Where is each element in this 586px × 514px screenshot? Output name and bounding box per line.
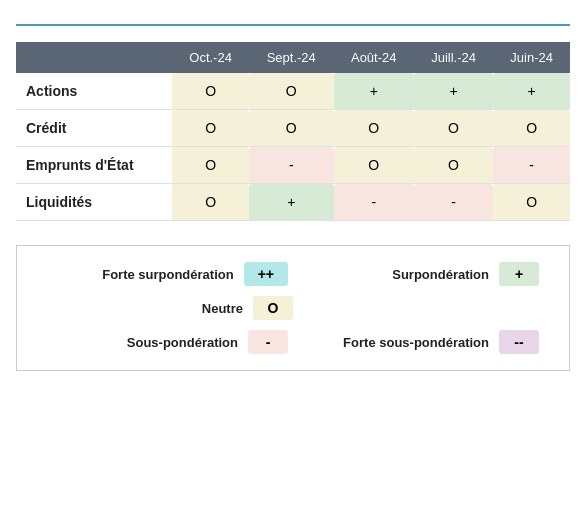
- cell-3-1: +: [249, 184, 334, 221]
- cell-1-0: O: [172, 110, 249, 147]
- row-label-0: Actions: [16, 73, 172, 110]
- cell-3-2: -: [334, 184, 414, 221]
- col-header-Oct.-24: Oct.-24: [172, 42, 249, 73]
- cell-3-0: O: [172, 184, 249, 221]
- row-label-3: Liquidités: [16, 184, 172, 221]
- row-label-2: Emprunts d'État: [16, 147, 172, 184]
- col-header-Sept.-24: Sept.-24: [249, 42, 334, 73]
- legend-box-plus: +: [499, 262, 539, 286]
- row-label-1: Crédit: [16, 110, 172, 147]
- legend-box-minus: -: [248, 330, 288, 354]
- cell-2-1: -: [249, 147, 334, 184]
- table-row: LiquiditésO+--O: [16, 184, 570, 221]
- legend-label-neutre: Neutre: [202, 301, 243, 316]
- cell-0-3: +: [414, 73, 493, 110]
- cell-3-4: O: [493, 184, 570, 221]
- legend-section: Forte surpondération++Surpondération+Neu…: [16, 245, 570, 371]
- col-header-Juill.-24: Juill.-24: [414, 42, 493, 73]
- table-row: CréditOOOOO: [16, 110, 570, 147]
- legend-box-neutral: O: [253, 296, 293, 320]
- allocation-table: Oct.-24Sept.-24Août-24Juill.-24Juin-24 A…: [16, 42, 570, 221]
- table-header: Oct.-24Sept.-24Août-24Juill.-24Juin-24: [16, 42, 570, 73]
- cell-0-0: O: [172, 73, 249, 110]
- row-label-header: [16, 42, 172, 73]
- cell-2-3: O: [414, 147, 493, 184]
- legend-label-sous-pond: Sous-pondération: [127, 335, 238, 350]
- cell-0-1: O: [249, 73, 334, 110]
- legend-label-forte-sous-pond: Forte sous-pondération: [343, 335, 489, 350]
- legend-box-plusplus: ++: [244, 262, 288, 286]
- cell-1-1: O: [249, 110, 334, 147]
- cell-2-4: -: [493, 147, 570, 184]
- cell-0-2: +: [334, 73, 414, 110]
- cell-1-2: O: [334, 110, 414, 147]
- title-divider: [16, 24, 570, 26]
- col-header-Août-24: Août-24: [334, 42, 414, 73]
- legend-box-minusminus: --: [499, 330, 539, 354]
- table-row: Emprunts d'ÉtatO-OO-: [16, 147, 570, 184]
- legend-label-forte-surpond: Forte surpondération: [102, 267, 233, 282]
- cell-3-3: -: [414, 184, 493, 221]
- legend-label-surpond: Surpondération: [392, 267, 489, 282]
- cell-0-4: +: [493, 73, 570, 110]
- table-row: ActionsOO+++: [16, 73, 570, 110]
- cell-2-2: O: [334, 147, 414, 184]
- col-header-Juin-24: Juin-24: [493, 42, 570, 73]
- cell-2-0: O: [172, 147, 249, 184]
- cell-1-4: O: [493, 110, 570, 147]
- table-body: ActionsOO+++CréditOOOOOEmprunts d'ÉtatO-…: [16, 73, 570, 221]
- cell-1-3: O: [414, 110, 493, 147]
